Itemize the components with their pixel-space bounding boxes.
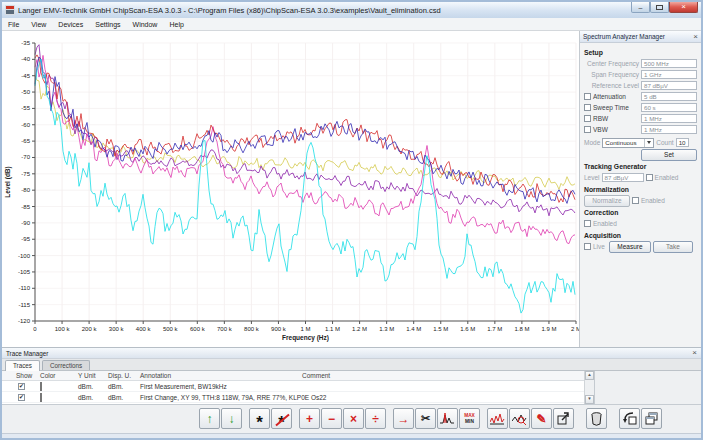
trace1-y-unit: dBm. [78, 383, 108, 390]
minimize-icon: – [639, 4, 643, 11]
menu-help[interactable]: Help [163, 21, 189, 28]
trace-add-button[interactable]: + [299, 408, 320, 429]
duplicate-trace-button[interactable] [641, 408, 662, 429]
sweep-time-field[interactable]: 60 s [641, 103, 697, 112]
close-button[interactable]: × [669, 2, 698, 13]
sweep-time-checkbox[interactable] [584, 104, 591, 111]
scroll-down-icon[interactable]: ▼ [585, 395, 594, 404]
rbw-field[interactable]: 1 MHz [641, 114, 697, 123]
svg-text:-90: -90 [21, 220, 30, 226]
set-button[interactable]: Set [641, 149, 697, 161]
menu-file[interactable]: File [2, 21, 25, 28]
svg-text:700 k: 700 k [217, 326, 233, 332]
apply-trace-button[interactable]: → [393, 408, 414, 429]
vbw-checkbox[interactable] [584, 126, 591, 133]
unhighlight-trace-button[interactable]: * [271, 408, 292, 429]
peak-search-button[interactable] [437, 408, 458, 429]
correction-enabled-checkbox[interactable] [584, 220, 591, 227]
svg-text:300 k: 300 k [109, 326, 125, 332]
copy-windows-icon [645, 412, 658, 425]
center-frequency-label: Center Frequency [584, 60, 639, 67]
svg-text:1.8 M: 1.8 M [514, 326, 529, 332]
reference-level-field[interactable]: 87 dBµV [641, 81, 697, 90]
col-show: Show [2, 372, 38, 379]
tab-traces[interactable]: Traces [5, 360, 40, 371]
trace1-color-swatch[interactable] [40, 382, 42, 391]
tab-corrections[interactable]: Corrections [42, 360, 90, 370]
svg-text:-110: -110 [18, 285, 30, 291]
mode-dropdown[interactable]: Continuous [602, 138, 654, 148]
import-trace-button[interactable] [619, 408, 640, 429]
maximize-button[interactable] [650, 2, 669, 13]
tracking-enabled-checkbox[interactable] [646, 174, 653, 181]
normalize-button[interactable]: Normalize [584, 195, 630, 207]
table-row[interactable]: ✔ dBm. dBm. First Measurement, BW19kHz [2, 381, 594, 392]
plus-icon: + [306, 413, 313, 425]
attenuation-field[interactable]: 5 dB [641, 92, 697, 101]
minimize-button[interactable]: – [631, 2, 650, 13]
trace-table-scrollbar[interactable]: ▲ ▼ [584, 371, 594, 404]
live-checkbox[interactable] [584, 243, 591, 250]
arrow-down-icon: ↓ [229, 413, 235, 425]
sweep-time-label: Sweep Time [593, 104, 639, 111]
trace1-show-checkbox[interactable]: ✔ [18, 383, 25, 390]
trace-manager-close-icon[interactable]: × [692, 349, 697, 357]
move-trace-up-button[interactable]: ↑ [199, 408, 220, 429]
status-bar [2, 433, 701, 438]
highlight-trace-button[interactable]: * [249, 408, 270, 429]
menu-bar: File View Devices Settings Window Help [2, 18, 701, 31]
spectrum-panel-close-icon[interactable]: × [693, 33, 698, 41]
move-trace-down-button[interactable]: ↓ [221, 408, 242, 429]
measure-button[interactable]: Measure [609, 241, 651, 253]
vbw-field[interactable]: 1 MHz [641, 125, 697, 134]
menu-settings[interactable]: Settings [89, 21, 126, 28]
attenuation-checkbox[interactable] [584, 93, 591, 100]
menu-devices[interactable]: Devices [52, 21, 89, 28]
export-chart-button[interactable] [553, 408, 574, 429]
svg-text:-65: -65 [21, 138, 30, 144]
trace2-show-checkbox[interactable]: ✔ [18, 394, 25, 401]
rbw-checkbox[interactable] [584, 115, 591, 122]
center-frequency-field[interactable]: 500 MHz [641, 59, 697, 68]
trace-multiply-button[interactable]: × [343, 408, 364, 429]
title-bar[interactable]: Langer EMV-Technik GmbH ChipScan-ESA 3.0… [2, 2, 701, 18]
svg-text:200 k: 200 k [82, 326, 98, 332]
col-comment: Comment [302, 372, 594, 379]
menu-view[interactable]: View [25, 21, 52, 28]
window-title: Langer EMV-Technik GmbH ChipScan-ESA 3.0… [18, 6, 441, 15]
cut-trace-button[interactable]: ✂ [415, 408, 436, 429]
trace-manager-titlebar[interactable]: Trace Manager × [2, 348, 701, 359]
svg-text:0: 0 [33, 326, 37, 332]
svg-text:-95: -95 [21, 236, 30, 242]
trace-divide-button[interactable]: ÷ [365, 408, 386, 429]
show-spectrum-button[interactable] [487, 408, 508, 429]
trace2-color-swatch[interactable] [40, 393, 42, 402]
svg-text:-70: -70 [21, 154, 30, 160]
normalization-enabled-checkbox[interactable] [632, 197, 639, 204]
max-min-hold-button[interactable]: MAX MIN [459, 408, 480, 429]
normalization-row: Normalize Enabled [584, 195, 697, 206]
edit-annotation-button[interactable]: ✎ [531, 408, 552, 429]
delete-trace-button[interactable] [586, 408, 607, 429]
mode-value: Continuous [605, 139, 636, 146]
spectrum-panel-titlebar[interactable]: Spectrum Analyzer Manager × [580, 31, 701, 43]
rbw-label: RBW [593, 115, 639, 122]
count-field[interactable]: 10 [676, 138, 689, 147]
spectrum-panel-title: Spectrum Analyzer Manager [583, 33, 665, 40]
trace-manager-panel: Trace Manager × Traces Corrections Show … [2, 347, 701, 404]
trace-manager-title: Trace Manager [6, 350, 48, 357]
app-icon [5, 5, 15, 15]
starburst-icon: * [256, 414, 263, 430]
take-button[interactable]: Take [653, 241, 693, 253]
span-frequency-field[interactable]: 1 GHz [641, 70, 697, 79]
span-frequency-label: Span Frequency [584, 71, 639, 78]
svg-text:1.7 M: 1.7 M [487, 326, 502, 332]
scroll-up-icon[interactable]: ▲ [585, 371, 594, 380]
spectrum-chart[interactable]: 0100 k200 k300 k400 k500 k600 k700 k800 … [2, 31, 579, 347]
menu-window[interactable]: Window [127, 21, 164, 28]
table-row[interactable]: ✔ dBm. dBm. First Change, XY 99, TTH:8 1… [2, 392, 594, 403]
analyze-spectrum-button[interactable] [509, 408, 530, 429]
svg-text:-75: -75 [21, 171, 30, 177]
tracking-level-field[interactable]: 87 dBµV [602, 173, 644, 182]
trace-subtract-button[interactable]: − [321, 408, 342, 429]
